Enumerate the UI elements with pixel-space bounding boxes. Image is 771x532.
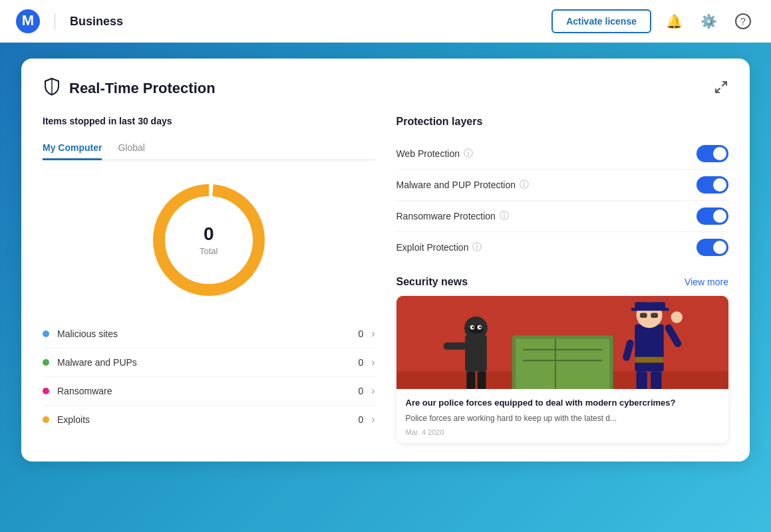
card-body: Items stopped in last 30 days My Compute…	[43, 116, 728, 443]
malwarebytes-logo: M	[16, 9, 40, 33]
header-divider	[55, 13, 55, 29]
news-illustration	[396, 296, 729, 389]
web-protection-toggle[interactable]	[696, 145, 728, 162]
svg-rect-8	[516, 339, 609, 389]
web-protection-info-icon[interactable]: ⓘ	[464, 148, 473, 160]
malware-pups-label: Malware and PUPs	[57, 357, 358, 368]
header-actions: Activate license 🔔 ⚙️ ?	[551, 9, 755, 33]
svg-rect-28	[651, 313, 658, 318]
card-header: Real-Time Protection	[43, 77, 728, 100]
help-button[interactable]: ?	[731, 9, 755, 33]
layer-row-exploit: Exploit Protection ⓘ	[396, 232, 729, 263]
malware-pups-dot	[43, 359, 49, 366]
layer-row-ransomware: Ransomware Protection ⓘ	[396, 201, 729, 232]
news-headline: Are our police forces equipped to deal w…	[406, 397, 720, 409]
notifications-button[interactable]: 🔔	[662, 9, 686, 33]
news-title: Security news	[396, 276, 468, 288]
app-name: Business	[70, 15, 123, 29]
shield-icon	[43, 77, 61, 100]
ransomware-arrow: ›	[371, 385, 375, 397]
svg-rect-12	[465, 335, 487, 371]
exploit-protection-slider	[696, 239, 728, 256]
donut-label: Total	[200, 246, 218, 256]
news-date: Mar. 4 2020	[406, 428, 720, 436]
app-logo: M Business	[16, 9, 123, 33]
stat-row-ransomware[interactable]: Ransomware 0 ›	[43, 377, 375, 406]
svg-rect-23	[635, 357, 663, 363]
help-icon: ?	[735, 13, 751, 29]
card-title: Real-Time Protection	[69, 80, 216, 97]
news-content: Are our police forces equipped to deal w…	[396, 389, 729, 443]
settings-button[interactable]: ⚙️	[696, 9, 720, 33]
expand-button[interactable]	[714, 80, 728, 98]
svg-rect-22	[635, 325, 663, 372]
malware-protection-info-icon[interactable]: ⓘ	[520, 179, 529, 191]
news-section: Security news View more	[396, 276, 729, 443]
malware-pups-arrow: ›	[371, 356, 375, 368]
card-title-group: Real-Time Protection	[43, 77, 216, 100]
news-card[interactable]: Are our police forces equipped to deal w…	[396, 296, 729, 443]
svg-rect-19	[443, 342, 468, 350]
malicious-sites-dot	[43, 331, 49, 337]
svg-rect-21	[477, 371, 486, 389]
ransomware-protection-info-icon[interactable]: ⓘ	[500, 210, 509, 222]
exploits-value: 0	[358, 414, 363, 425]
view-more-link[interactable]: View more	[685, 277, 728, 287]
malware-pups-value: 0	[358, 357, 363, 368]
tabs-container: My Computer Global	[43, 137, 375, 160]
ransomware-protection-toggle[interactable]	[696, 207, 728, 225]
stat-row-exploits[interactable]: Exploits 0 ›	[43, 406, 375, 434]
tab-global[interactable]: Global	[118, 137, 144, 160]
malware-protection-slider	[696, 176, 728, 194]
malicious-sites-label: Malicious sites	[57, 329, 358, 339]
svg-rect-33	[651, 371, 661, 389]
svg-point-18	[479, 327, 481, 329]
protection-card: Real-Time Protection Items stopped in la…	[21, 59, 750, 462]
donut-number: 0	[200, 223, 218, 245]
news-header: Security news View more	[396, 276, 729, 288]
layer-row-malware: Malware and PUP Protection ⓘ	[396, 170, 729, 201]
malicious-sites-value: 0	[358, 329, 363, 339]
stat-row-malware-pups[interactable]: Malware and PUPs 0 ›	[43, 348, 375, 377]
protection-layers-title: Protection layers	[396, 116, 729, 128]
ransomware-protection-slider	[696, 207, 728, 225]
exploits-label: Exploits	[57, 414, 358, 425]
svg-rect-27	[639, 313, 647, 318]
malware-protection-toggle[interactable]	[696, 176, 728, 194]
malware-protection-label: Malware and PUP Protection ⓘ	[396, 179, 697, 191]
header: M Business Activate license 🔔 ⚙️ ?	[0, 0, 771, 43]
exploits-arrow: ›	[371, 414, 375, 426]
ransomware-protection-label: Ransomware Protection ⓘ	[396, 210, 697, 222]
svg-rect-20	[466, 371, 475, 389]
left-column: Items stopped in last 30 days My Compute…	[43, 116, 375, 443]
activate-license-button[interactable]: Activate license	[551, 9, 651, 33]
stat-row-malicious-sites[interactable]: Malicious sites 0 ›	[43, 320, 375, 348]
svg-rect-32	[636, 371, 647, 389]
svg-text:M: M	[22, 12, 34, 29]
donut-chart-container: 0 Total	[43, 174, 375, 307]
svg-rect-26	[631, 308, 668, 311]
stats-list: Malicious sites 0 › Malware and PUPs 0 ›…	[43, 320, 375, 434]
tab-my-computer[interactable]: My Computer	[43, 137, 102, 160]
news-excerpt: Police forces are working hard to keep u…	[406, 413, 720, 424]
ransomware-dot	[43, 388, 49, 394]
svg-point-30	[671, 311, 682, 323]
exploit-protection-info-icon[interactable]: ⓘ	[472, 241, 482, 253]
donut-wrapper: 0 Total	[142, 174, 275, 307]
donut-center: 0 Total	[200, 223, 218, 257]
exploit-protection-toggle[interactable]	[696, 239, 728, 256]
svg-point-17	[472, 327, 474, 329]
right-column: Protection layers Web Protection ⓘ Malwa…	[396, 116, 729, 443]
exploits-dot	[43, 416, 49, 423]
ransomware-value: 0	[358, 386, 363, 396]
layer-row-web: Web Protection ⓘ	[396, 138, 729, 170]
ransomware-label: Ransomware	[57, 386, 358, 396]
web-protection-label: Web Protection ⓘ	[396, 148, 697, 160]
web-protection-slider	[696, 145, 728, 162]
malicious-sites-arrow: ›	[371, 328, 375, 340]
exploit-protection-label: Exploit Protection ⓘ	[396, 241, 697, 253]
section-title: Items stopped in last 30 days	[43, 116, 375, 126]
settings-icon: ⚙️	[700, 13, 717, 29]
news-image	[396, 296, 729, 389]
bell-icon: 🔔	[666, 13, 683, 29]
